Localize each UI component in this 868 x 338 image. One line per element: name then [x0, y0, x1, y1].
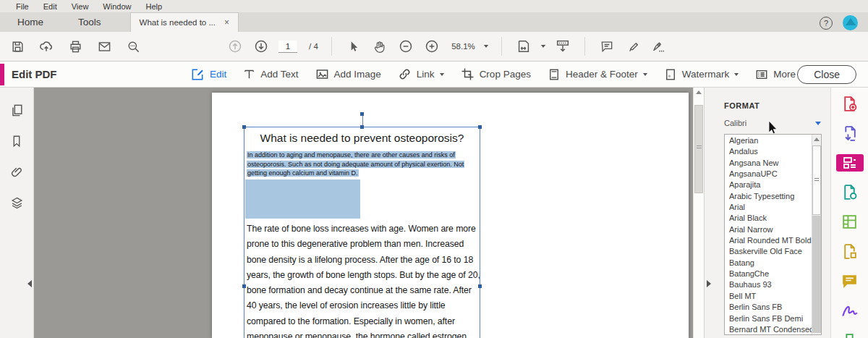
menu-item[interactable]: View [64, 2, 96, 11]
font-option[interactable]: Berlin Sans FB [725, 302, 812, 313]
pdf-page[interactable]: What is needed to prevent osteoporosis? … [212, 93, 689, 338]
selected-paragraph[interactable]: In addition to aging and menopause, ther… [247, 151, 464, 178]
menu-item[interactable]: File [9, 2, 36, 11]
email-button[interactable] [95, 38, 113, 55]
resize-handle-top-middle[interactable] [360, 125, 364, 129]
font-option[interactable]: Baskerville Old Face [725, 246, 812, 257]
fit-width-button[interactable] [554, 38, 571, 55]
organize-pages-button[interactable] [841, 242, 859, 261]
scroll-up-icon[interactable] [696, 90, 702, 94]
font-list: AlgerianAndalusAngsana NewAngsanaUPCApar… [724, 134, 822, 335]
chevron-down-icon [734, 73, 739, 76]
tab-home[interactable]: Home [0, 12, 61, 32]
link-button[interactable]: Link [398, 67, 444, 81]
highlight-button[interactable] [624, 38, 642, 55]
font-option[interactable]: Batang [725, 258, 812, 269]
document-heading[interactable]: What is needed to prevent osteoporosis? [244, 132, 480, 145]
next-page-button[interactable] [252, 38, 270, 55]
user-avatar[interactable] [843, 15, 858, 30]
previous-page-button[interactable] [226, 38, 244, 55]
close-edit-pdf-button[interactable]: Close [797, 65, 856, 84]
scroll-up-icon[interactable] [814, 138, 820, 141]
resize-handle-top-left[interactable] [242, 125, 246, 129]
font-option[interactable]: Angsana New [725, 158, 812, 169]
font-option[interactable]: AngsanaUPC [725, 169, 812, 179]
sign-pen-icon [651, 39, 666, 54]
chevron-down-icon [643, 73, 647, 76]
font-option[interactable]: Algerian [725, 135, 812, 146]
help-button[interactable]: ? [820, 17, 833, 30]
add-image-button[interactable]: Add Image [315, 67, 381, 81]
comment-tool-button[interactable] [841, 272, 859, 290]
document-canvas[interactable]: What is needed to prevent osteoporosis? … [34, 88, 704, 338]
tab-document[interactable]: What is needed to ... × [130, 12, 239, 32]
bookmarks-button[interactable] [10, 135, 23, 148]
edit-tool-button[interactable]: Edit [190, 67, 226, 82]
export-pdf-button[interactable] [841, 124, 859, 143]
page-number-input[interactable]: 1 [278, 41, 297, 53]
zoom-in-button[interactable] [423, 38, 441, 55]
document-body-text[interactable]: The rate of bone loss increases with age… [247, 221, 481, 338]
menu-item[interactable]: Window [95, 2, 138, 11]
tab-tools[interactable]: Tools [61, 12, 119, 32]
highlighted-text-line[interactable]: osteoporosis. Such as not doing adequate… [247, 161, 464, 168]
attachments-button[interactable] [10, 165, 24, 179]
font-option[interactable]: Aparajita [725, 179, 812, 190]
font-list-scrollbar[interactable] [812, 135, 821, 334]
scrollbar-thumb[interactable] [812, 145, 821, 215]
sign-button[interactable] [650, 38, 668, 55]
fill-sign-button[interactable] [841, 302, 859, 321]
resize-handle-top-right[interactable] [478, 125, 482, 129]
highlighted-text-line[interactable]: In addition to aging and menopause, ther… [247, 151, 456, 159]
font-option[interactable]: Andalus [725, 146, 812, 157]
main-toolbar: 1 / 4 58.1% [0, 32, 868, 62]
collapse-right-panel-arrow[interactable] [707, 280, 711, 287]
select-tool-button[interactable] [345, 38, 362, 55]
header-footer-button[interactable]: Header & Footer [548, 68, 647, 81]
zoom-level-value[interactable]: 58.1% [449, 42, 475, 51]
comment-button[interactable] [598, 38, 616, 55]
font-option[interactable]: Arial Black [725, 213, 812, 224]
add-text-button[interactable]: Add Text [243, 68, 298, 80]
font-option[interactable]: Berlin Sans FB Demi [725, 313, 812, 324]
resize-handle-middle-left[interactable] [242, 284, 246, 288]
tools-panel [830, 88, 868, 338]
document-scrollbar[interactable] [693, 88, 704, 338]
layers-button[interactable] [10, 196, 24, 210]
export-excel-button[interactable] [841, 213, 859, 231]
zoom-out-button[interactable] [397, 38, 414, 55]
menu-item[interactable]: Edit [36, 2, 64, 11]
crop-pages-button[interactable]: Crop Pages [461, 67, 531, 81]
selected-text-box[interactable]: What is needed to prevent osteoporosis? … [244, 127, 480, 338]
save-button[interactable] [9, 38, 26, 55]
font-option[interactable]: Bernard MT Condensed [725, 324, 812, 334]
chevron-down-icon[interactable] [484, 45, 488, 48]
close-tab-icon[interactable]: × [224, 17, 229, 28]
create-pdf-button[interactable] [841, 95, 859, 113]
page-thumbnails-button[interactable] [10, 103, 24, 117]
fit-page-button[interactable] [515, 38, 532, 55]
print-button[interactable] [67, 38, 84, 55]
font-option[interactable]: Bauhaus 93 [725, 279, 812, 290]
font-family-value: Calibri [724, 119, 746, 127]
font-option[interactable]: Arial Narrow [725, 224, 812, 235]
find-button[interactable] [124, 38, 142, 55]
menu-item[interactable]: Help [138, 2, 169, 11]
scrollbar-thumb[interactable] [694, 105, 703, 193]
font-option[interactable]: Bell MT [725, 291, 812, 302]
font-option[interactable]: BatangChe [725, 269, 812, 279]
add-image-label: Add Image [334, 69, 381, 80]
chevron-down-icon[interactable] [541, 45, 545, 48]
share-button[interactable] [38, 38, 55, 55]
protect-pdf-button[interactable] [841, 183, 859, 201]
highlighted-text-line[interactable]: getting enough calcium and vitamin D. [247, 169, 359, 177]
font-option[interactable]: Arabic Typesetting [725, 191, 812, 202]
collapse-left-panel-arrow[interactable] [27, 280, 32, 287]
scan-ocr-button[interactable] [841, 332, 859, 338]
font-option[interactable]: Arial Rounded MT Bold [725, 235, 812, 246]
hand-tool-button[interactable] [371, 38, 388, 55]
font-option[interactable]: Arial [725, 202, 812, 213]
edit-pdf-tool-active[interactable] [836, 154, 864, 172]
rotation-handle[interactable] [360, 112, 364, 116]
watermark-button[interactable]: Watermark [664, 68, 739, 81]
